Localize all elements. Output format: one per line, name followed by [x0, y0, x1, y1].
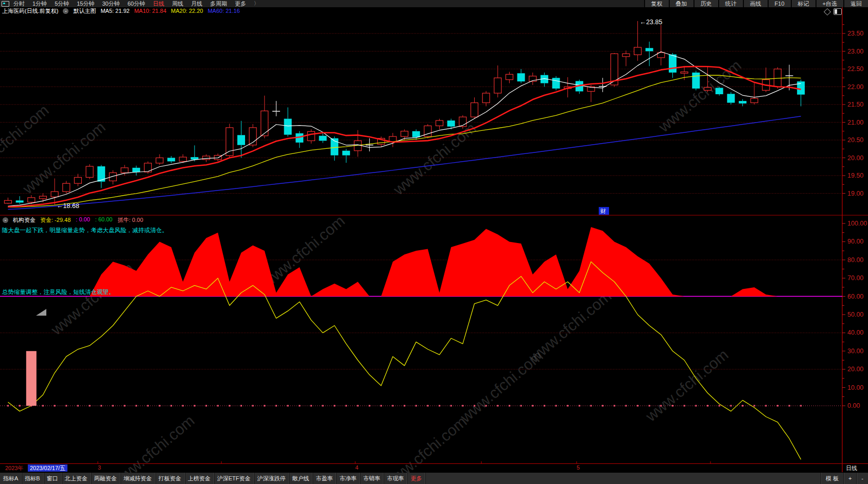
tab-period-2[interactable]: 5分钟: [55, 0, 69, 8]
month-marker-0: 3: [98, 464, 101, 471]
y-axis-label: 22.00: [847, 83, 863, 91]
period-tabs: 分时1分钟5分钟15分钟30分钟60分钟日线周线月线多周期更多〉: [0, 0, 259, 8]
tab-period-1[interactable]: 1分钟: [32, 0, 47, 8]
indicator-tab-14[interactable]: 市现率: [384, 473, 407, 484]
y-axis-label: 70.00: [847, 274, 863, 282]
year-label: 2023年: [5, 464, 23, 472]
y-axis-label: 30.00: [847, 348, 863, 355]
action-1[interactable]: 叠加: [669, 0, 693, 7]
month-marker-2: 5: [577, 464, 580, 471]
ma-label-1: MA10: 21.84: [134, 8, 166, 14]
action-2[interactable]: 历史: [693, 0, 718, 7]
tab-period-9[interactable]: 多周期: [210, 0, 227, 8]
indicator-tab-4[interactable]: 两融资金: [91, 473, 120, 484]
top-toolbar: 分时1分钟5分钟15分钟30分钟60分钟日线周线月线多周期更多〉 复权叠加历史统…: [0, 0, 868, 7]
tab-period-0[interactable]: 分时: [13, 0, 25, 8]
top-actions: 复权叠加历史统计画线F10标记+自选返回: [644, 0, 868, 7]
tab-period-5[interactable]: 60分钟: [128, 0, 145, 8]
y-axis-label: 19.00: [847, 190, 863, 197]
fund-bar: [26, 351, 37, 406]
indicator-tab-12[interactable]: 市净率: [336, 473, 360, 484]
zoom-out-button[interactable]: -: [856, 473, 868, 484]
watermark: www.cfchi.com: [642, 346, 732, 425]
indicator-tab-10[interactable]: 散户线: [289, 473, 313, 484]
indicator-tab-15[interactable]: 更多: [407, 473, 425, 484]
y-axis-label: 19.50: [847, 172, 863, 179]
y-axis-label: 23.50: [847, 30, 863, 37]
date-badge: 2023/02/17/五: [28, 464, 67, 472]
tab-period-4[interactable]: 30分钟: [102, 0, 120, 8]
tab-period-3[interactable]: 15分钟: [77, 0, 94, 8]
y-axis-label: 21.00: [847, 119, 863, 126]
advice-text-top: 随大盘一起下跌，明显缩量走势，考虑大盘风险，减持或清仓。: [2, 227, 168, 234]
tab-period-8[interactable]: 月线: [191, 0, 202, 8]
y-axis-label: 0.00: [847, 402, 860, 409]
indicator-tab-3[interactable]: 北上资金: [62, 473, 91, 484]
tab-period-6[interactable]: 日线: [153, 0, 164, 8]
ma-label-2: MA20: 22.20: [171, 8, 203, 14]
chevron-right-icon[interactable]: 〉: [254, 0, 259, 7]
symbol-bar: 上海医药(日线.前复权) ⌄ 默认主图 MA5: 21.92MA10: 21.8…: [0, 7, 841, 14]
tab-period-7[interactable]: 周线: [172, 0, 183, 8]
y-axis-label: 90.00: [847, 238, 863, 245]
ma-label-3: MA60: 21.16: [207, 8, 239, 14]
ma-legend: MA5: 21.92MA10: 21.84MA20: 22.20MA60: 21…: [100, 8, 239, 14]
y-axis-label: 20.50: [847, 136, 863, 144]
action-7[interactable]: +自选: [815, 0, 843, 7]
watermark: www.cfchi.com: [525, 287, 615, 366]
tab-period-10[interactable]: 更多: [235, 0, 246, 8]
action-8[interactable]: 返回: [843, 0, 868, 7]
action-3[interactable]: 统计: [718, 0, 743, 7]
chevron-down-icon[interactable]: ⌄: [3, 217, 8, 223]
action-6[interactable]: 标记: [791, 0, 815, 7]
y-axis-label: 40.00: [847, 329, 863, 336]
y-axis-label: 20.00: [847, 154, 863, 162]
price-annotation: ←23.85: [640, 19, 663, 26]
y-axis-label: 100.00: [847, 220, 867, 227]
indicator-tab-8[interactable]: 沪深ETF资金: [214, 473, 254, 484]
indicator-field-3: 抓牛: 0.00: [117, 216, 143, 224]
y-axis-label: 50.00: [847, 311, 863, 318]
indicator-toolbar: 指标A指标B窗口北上资金两融资金增减持资金打板资金上榜资金沪深ETF资金沪深涨跌…: [0, 473, 868, 484]
indicator-name[interactable]: 机构资金: [13, 216, 36, 224]
y-axis-label: 23.00: [847, 48, 863, 55]
indicator-tab-2[interactable]: 窗口: [44, 473, 62, 484]
y-axis-label: 22.50: [847, 65, 863, 73]
indicator-field-1: : 0.00: [76, 216, 90, 224]
indicator-field-2: : 60.00: [95, 216, 113, 224]
indicator-tab-13[interactable]: 市销率: [360, 473, 384, 484]
indicator-tab-5[interactable]: 增减持资金: [120, 473, 155, 484]
advice-text-mid: 总势缩量调整，注意风险，短线清仓观望。: [2, 288, 115, 296]
month-marker-1: 4: [355, 464, 358, 471]
ma-label-0: MA5: 21.92: [100, 8, 129, 14]
template-controls: 模 板+-: [821, 473, 868, 484]
resize-handle-icon[interactable]: [36, 309, 46, 316]
indicator-tab-7[interactable]: 上榜资金: [185, 473, 214, 484]
window-icon: [2, 1, 9, 7]
price-annotation: ←18.68: [57, 202, 79, 210]
chart-canvas[interactable]: 23.5023.0022.5022.0021.5021.0020.5020.00…: [0, 0, 868, 484]
y-axis-label: 21.50: [847, 101, 863, 108]
zoom-in-button[interactable]: +: [843, 473, 856, 484]
indicator-values: 资金: -29.48: 0.00: 60.00抓牛: 0.00: [40, 216, 143, 224]
y-axis-label: 10.00: [847, 384, 863, 391]
indicator-tab-11[interactable]: 市盈率: [313, 473, 336, 484]
indicator-tab-1[interactable]: 指标B: [22, 473, 43, 484]
y-axis-label: 20.00: [847, 366, 863, 373]
chevron-down-icon[interactable]: ⌄: [63, 8, 68, 14]
action-5[interactable]: F10: [768, 0, 791, 7]
indicator-tab-0[interactable]: 指标A: [0, 473, 22, 484]
action-0[interactable]: 复权: [644, 0, 669, 7]
split-pane-icon[interactable]: [834, 8, 842, 15]
layout-label[interactable]: 默认主图: [73, 7, 96, 15]
action-4[interactable]: 画线: [743, 0, 768, 7]
indicator-tab-6[interactable]: 打板资金: [155, 473, 185, 484]
symbol-title: 上海医药(日线.前复权): [2, 7, 58, 15]
indicator-field-0: 资金: -29.48: [40, 216, 71, 224]
period-label: 日线: [846, 464, 857, 472]
y-axis-label: 80.00: [847, 256, 863, 264]
template-button[interactable]: 模 板: [821, 473, 843, 484]
y-axis-label: 60.00: [847, 293, 863, 300]
indicator-header: ⌄ 机构资金 资金: -29.48: 0.00: 60.00抓牛: 0.00: [3, 216, 143, 224]
indicator-tab-9[interactable]: 沪深涨跌停: [254, 473, 289, 484]
